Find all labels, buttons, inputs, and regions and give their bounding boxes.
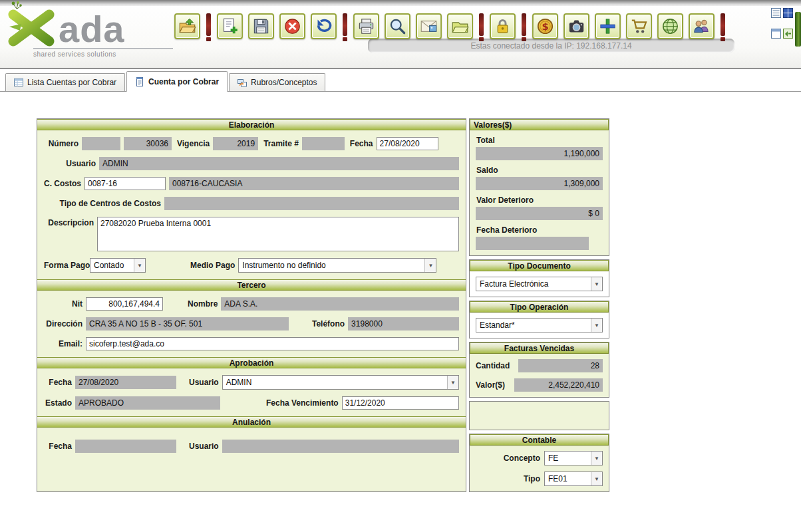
lock-icon: [494, 17, 512, 35]
chevron-down-icon: ▼: [591, 277, 602, 291]
camera-icon: [567, 17, 585, 35]
mail-icon: [420, 17, 438, 35]
toolbar-separator: [522, 13, 526, 41]
globe-icon: [661, 17, 679, 35]
section-header-elaboracion: Elaboración: [37, 119, 466, 130]
toolbar-separator: [343, 13, 347, 41]
lock-button[interactable]: [490, 13, 516, 39]
section-elaboracion: Elaboración Número 30036 Vigencia 2019 T…: [37, 119, 466, 279]
tipo-operacion-select[interactable]: Estandar* ▼: [476, 318, 603, 332]
cantidad-label: Cantidad: [476, 361, 514, 370]
numero-consecutivo-field: 30036: [124, 137, 172, 150]
telefono-label: Teléfono: [312, 319, 345, 329]
nit-input[interactable]: [86, 297, 163, 311]
concepto-select[interactable]: FE ▼: [544, 451, 603, 466]
form-left-column: Elaboración Número 30036 Vigencia 2019 T…: [37, 118, 466, 492]
tab-cuenta-por-cobrar[interactable]: Cuenta por Cobrar: [126, 71, 228, 92]
anulacion-usuario-field: [222, 440, 459, 453]
ccostos-code-input[interactable]: [84, 177, 166, 190]
list-icon: [14, 78, 23, 87]
send-mail-button[interactable]: [416, 13, 442, 39]
folder-open-icon: [451, 17, 469, 35]
tipo-select[interactable]: FE01 ▼: [544, 471, 603, 486]
users-button[interactable]: [689, 13, 715, 39]
toolbar: $: [174, 13, 726, 41]
money-button[interactable]: $: [532, 13, 558, 39]
descripcion-textarea[interactable]: 27082020 Prueba Interna 0001: [97, 217, 459, 251]
ccostos-label: C. Costos: [44, 179, 81, 188]
camera-button[interactable]: [563, 13, 589, 39]
window-form-icon[interactable]: [771, 29, 781, 39]
total-field: 1,190,000: [476, 147, 603, 160]
section-header-tercero: Tercero: [37, 279, 466, 291]
panel-tipo-operacion: Tipo Operación Estandar* ▼: [469, 301, 609, 338]
tab-lista-cuentas-por-cobrar[interactable]: Lista Cuentas por Cobrar: [5, 73, 125, 91]
add-module-button[interactable]: [595, 13, 621, 39]
save-icon: [252, 17, 270, 35]
new-document-icon: [221, 17, 239, 35]
print-button[interactable]: [353, 13, 379, 39]
search-icon: [389, 17, 406, 35]
tipo-label: Tipo: [476, 474, 540, 483]
tab-rubros-conceptos[interactable]: Rubros/Conceptos: [229, 73, 325, 91]
concepto-label: Concepto: [476, 454, 540, 463]
print-icon: [357, 17, 375, 35]
section-aprobacion: Aprobación Fecha 27/08/2020 Usuario ADMI…: [37, 357, 466, 416]
top-bar: ada shared services solutions Estas cone…: [0, 0, 801, 69]
tab-strip: Lista Cuentas por Cobrar Cuenta por Cobr…: [0, 69, 801, 92]
ada-logo: ada shared services solutions: [8, 8, 173, 58]
undo-icon: [315, 17, 333, 35]
vigencia-label: Vigencia: [177, 139, 210, 148]
aprobacion-fecha-label: Fecha: [44, 378, 72, 387]
total-label: Total: [476, 136, 602, 145]
window-controls: [771, 8, 801, 47]
open-folder-icon: [178, 17, 196, 35]
cart-button[interactable]: [626, 13, 652, 39]
panel-valores: Valores($) Total 1,190,000 Saldo 1,309,0…: [469, 118, 609, 256]
save-button[interactable]: [248, 13, 274, 39]
descripcion-label: Descripcion: [44, 218, 94, 227]
aprobacion-usuario-select[interactable]: ADMIN ▼: [222, 375, 459, 390]
anulacion-fecha-label: Fecha: [44, 442, 72, 451]
window-list-icon[interactable]: [771, 8, 781, 18]
toolbar-separator: [721, 13, 725, 41]
chevron-down-icon: ▼: [447, 376, 458, 389]
saldo-field: 1,309,000: [476, 177, 603, 190]
tipo-documento-select[interactable]: Factura Electrónica ▼: [476, 277, 603, 291]
usuario-label: Usuario: [44, 159, 96, 168]
tab-label: Cuenta por Cobrar: [148, 77, 219, 86]
section-header-anulacion: Anulación: [37, 416, 466, 428]
email-input[interactable]: [86, 337, 459, 350]
nombre-field: ADA S.A.: [221, 297, 459, 311]
new-record-button[interactable]: [217, 13, 243, 39]
section-anulacion: Anulación Fecha Usuario: [37, 416, 466, 491]
fecha-deterioro-field: [476, 237, 589, 250]
fecha-input[interactable]: [377, 137, 438, 150]
globe-button[interactable]: [657, 13, 683, 39]
section-tercero: Tercero Nit Nombre ADA S.A. Dirección CR…: [37, 279, 466, 357]
estado-field: APROBADO: [75, 396, 220, 410]
panel-contable: Contable Concepto FE ▼ Tipo FE01 ▼: [469, 434, 609, 492]
medio-pago-select[interactable]: Instrumento no definido ▼: [238, 258, 436, 273]
fecha-vencimiento-input[interactable]: [342, 396, 459, 410]
window-tile-icon[interactable]: [783, 29, 793, 39]
fecha-label: Fecha: [350, 139, 373, 148]
vigencia-field: 2019: [213, 137, 258, 150]
forma-pago-select[interactable]: Contado ▼: [90, 258, 146, 273]
search-button[interactable]: [385, 13, 410, 39]
window-grid-icon[interactable]: [783, 8, 793, 18]
direccion-field: CRA 35 A NO 15 B - 35 OF. 501: [86, 317, 289, 331]
svg-text:$: $: [542, 21, 548, 32]
chevron-down-icon: ▼: [424, 259, 436, 272]
toolbar-separator: [206, 13, 211, 41]
tab-label: Lista Cuentas por Cobrar: [27, 78, 116, 87]
browse-folder-button[interactable]: [447, 13, 473, 39]
chevron-down-icon: ▼: [591, 319, 602, 332]
aprobacion-usuario-label: Usuario: [189, 378, 219, 387]
fecha-vencimiento-label: Fecha Vencimiento: [266, 398, 339, 408]
chevron-down-icon: ▼: [134, 259, 145, 272]
open-folder-button[interactable]: [174, 13, 200, 39]
users-icon: [693, 17, 711, 35]
undo-button[interactable]: [311, 13, 337, 39]
delete-button[interactable]: [279, 13, 305, 39]
